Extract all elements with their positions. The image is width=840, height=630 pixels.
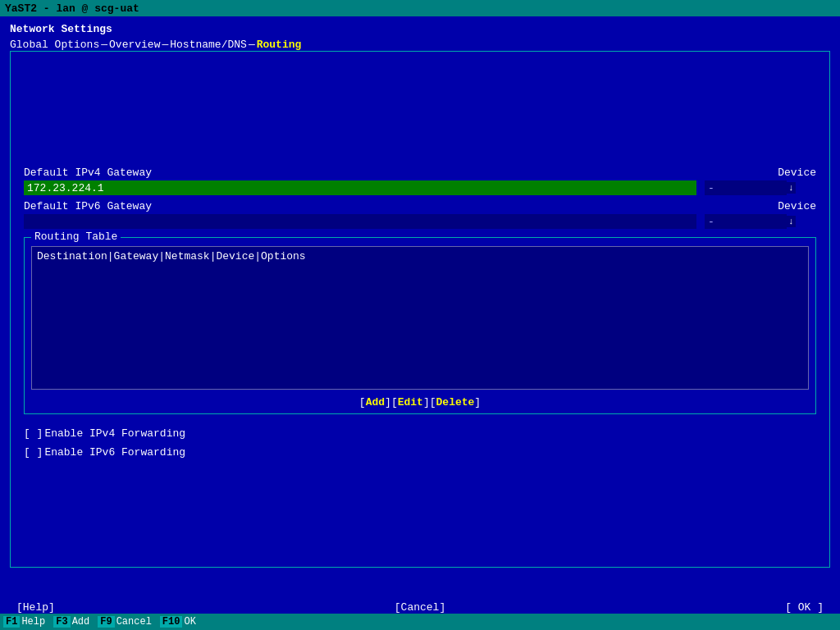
ipv6-device-wrapper: ↓ <box>705 214 796 229</box>
ipv6-forwarding-label: Enable IPv6 Forwarding <box>44 446 185 459</box>
edit-button[interactable]: [Edit] <box>391 396 430 409</box>
ipv4-device-label: Device <box>778 167 816 179</box>
tab-bar: Global Options — Overview — Hostname/DNS… <box>10 39 830 51</box>
tab-overview[interactable]: Overview <box>109 39 160 51</box>
page-title: Network Settings <box>10 23 830 35</box>
ipv4-device-wrapper: ↓ <box>705 180 796 195</box>
help-button[interactable]: [Help] <box>16 601 55 614</box>
ipv4-device-dropdown-arrow[interactable]: ↓ <box>787 182 796 194</box>
ipv6-header-row: Default IPv6 Gateway Device <box>24 200 816 212</box>
ok-button[interactable]: [ OK ] <box>785 601 824 614</box>
bottom-bar: [Help] [Cancel] [ OK ] <box>0 601 840 614</box>
tab-hostname-dns[interactable]: Hostname/DNS <box>170 39 247 51</box>
ipv6-device-dropdown-arrow[interactable]: ↓ <box>787 216 796 227</box>
ipv6-input-row: ↓ <box>24 214 816 229</box>
ipv4-forwarding-row: [ ] Enable IPv4 Forwarding <box>24 427 816 440</box>
ipv4-gateway-input[interactable] <box>24 180 696 195</box>
table-column-headers: Destination|Gateway|Netmask|Device|Optio… <box>37 250 803 262</box>
tab-global-options[interactable]: Global Options <box>10 39 99 51</box>
ipv6-gateway-label: Default IPv6 Gateway <box>24 200 696 212</box>
panel: Default IPv4 Gateway Device ↓ Default IP… <box>10 51 830 568</box>
cancel-button[interactable]: [Cancel] <box>395 601 445 614</box>
ipv6-gateway-input[interactable] <box>24 214 696 229</box>
main-area: Network Settings Global Options — Overvi… <box>0 16 840 591</box>
title-text: YaST2 - lan @ scg-uat <box>5 2 139 15</box>
ipv6-device-input[interactable] <box>705 214 787 229</box>
delete-button[interactable]: [Delete] <box>430 396 481 409</box>
fkey-f1[interactable]: F1 Help <box>3 616 47 628</box>
tab-routing[interactable]: Routing <box>257 39 302 51</box>
action-buttons: [Add] [Edit] [Delete] <box>31 396 809 409</box>
fkey-f3[interactable]: F3 Add <box>53 616 91 628</box>
fkey-bar: F1 Help F3 Add F9 Cancel F10 OK <box>0 614 840 630</box>
routing-table-section: Routing Table Destination|Gateway|Netmas… <box>24 237 816 414</box>
title-bar: YaST2 - lan @ scg-uat <box>0 0 840 16</box>
ipv4-forwarding-label: Enable IPv4 Forwarding <box>44 427 185 440</box>
routing-table-inner[interactable]: Destination|Gateway|Netmask|Device|Optio… <box>31 246 809 390</box>
ipv4-input-row: ↓ <box>24 180 816 195</box>
add-button[interactable]: [Add] <box>359 396 391 409</box>
ipv4-device-input[interactable] <box>705 180 787 195</box>
ipv6-device-label: Device <box>778 200 816 212</box>
fkey-f9[interactable]: F9 Cancel <box>98 616 153 628</box>
ipv6-forwarding-row: [ ] Enable IPv6 Forwarding <box>24 446 816 459</box>
fkey-f10[interactable]: F10 OK <box>160 616 198 628</box>
ipv4-gateway-label: Default IPv4 Gateway <box>24 167 696 179</box>
ipv4-header-row: Default IPv4 Gateway Device <box>24 167 816 179</box>
routing-table-legend: Routing Table <box>31 231 121 243</box>
